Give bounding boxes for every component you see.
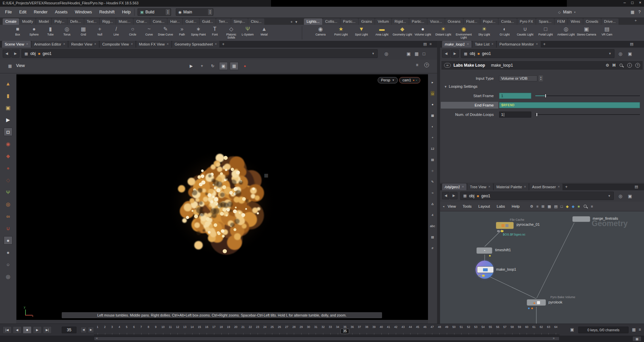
prims-select-icon[interactable]: ● [4, 164, 12, 172]
shelf-tool-point-light[interactable]: ★Point Light [331, 25, 351, 41]
range-slider[interactable] [94, 337, 559, 341]
jump-to-start-button[interactable]: |◀ [3, 326, 11, 334]
close-tab-icon[interactable]: × [63, 41, 65, 48]
shelf-tab-rigid[interactable]: Rigid... [392, 18, 409, 25]
pane-tab-material-palette[interactable]: Material Palette× [494, 184, 529, 190]
light-display-icon[interactable]: ● [431, 102, 434, 107]
network-menu-view[interactable]: View [444, 204, 460, 208]
back-icon[interactable]: ◀ [442, 192, 449, 199]
add-tab-button[interactable]: + [563, 184, 570, 190]
add-shelf-icon[interactable]: + [635, 18, 637, 22]
spinner-icon[interactable]: ▲▼ [166, 9, 170, 15]
search-icon[interactable] [619, 63, 624, 68]
align-icon[interactable]: ≡ [536, 204, 538, 208]
move-mode-icon[interactable]: + [198, 62, 206, 70]
close-tab-icon[interactable]: × [131, 41, 133, 48]
handles-tool-icon[interactable]: ▮ [4, 91, 12, 100]
lock-icon[interactable]: ◘ [4, 128, 12, 136]
pane-tab-performance-monitor[interactable]: Performance Monitor× [497, 41, 541, 48]
close-tab-icon[interactable]: × [536, 41, 538, 48]
shelf-tool-curve[interactable]: ~Curve [141, 25, 157, 41]
help-icon[interactable]: ? [424, 63, 429, 67]
edit-tool-icon[interactable]: ▣ [4, 104, 12, 112]
scene-selector[interactable]: ◉ Main ▲▼ [176, 8, 213, 16]
close-tab-icon[interactable]: × [524, 184, 526, 190]
node-make-loop[interactable] [477, 266, 494, 273]
normals-display-icon[interactable]: Δ [431, 202, 434, 206]
start-frame-slider[interactable] [535, 93, 640, 98]
menu-assets[interactable]: Assets [51, 7, 71, 17]
shelf-tab-vellum[interactable]: Vellum [375, 18, 391, 25]
shelf-tool-path[interactable]: »Path [174, 25, 190, 41]
shelf-tool-torus[interactable]: ◎Torus [59, 25, 75, 41]
pane-tab-tree-view[interactable]: Tree View× [467, 184, 493, 190]
annotate-icon[interactable]: ✎ [431, 180, 435, 184]
wire-shape-icon[interactable]: ◆ [572, 204, 574, 209]
shelf-tool-area-light[interactable]: ▬Area Light [372, 25, 392, 41]
forward-icon[interactable]: ▶ [11, 50, 19, 58]
looping-settings-section[interactable]: ▼Looping Settings [444, 84, 478, 88]
breadcrumb-root[interactable]: obj [470, 51, 475, 56]
breadcrumb-root[interactable]: obj [30, 51, 36, 56]
loop-select-icon[interactable]: ∞ [4, 212, 12, 220]
close-tab-icon[interactable]: × [94, 41, 96, 48]
snap-magnet-icon[interactable]: ∪ [4, 224, 12, 232]
node-merge-firetrails[interactable] [572, 216, 590, 222]
shelf-tab-drive[interactable]: Drive... [601, 18, 619, 25]
shelf-tab-spars[interactable]: Spars... [536, 18, 554, 25]
maximize-button[interactable]: □ [631, 0, 634, 5]
pin-icon[interactable]: ◎ [384, 51, 388, 56]
display-grid-icon[interactable]: ▦ [548, 204, 551, 209]
forward-icon[interactable]: ▶ [451, 50, 459, 58]
pane-tab-motion-fx-view[interactable]: Motion FX View× [136, 41, 171, 48]
close-tab-icon[interactable]: × [467, 41, 469, 48]
chevron-down-icon[interactable]: ▼ [608, 194, 611, 198]
double-loops-field[interactable]: 1 [499, 112, 531, 118]
node-timeshift[interactable]: ◔ [476, 247, 492, 254]
waves-display-icon[interactable]: ≈ [431, 191, 434, 195]
rotate-mode-icon[interactable]: ↻ [208, 62, 217, 70]
view-lock-icon[interactable]: ◘ [431, 91, 435, 96]
edges-select-icon[interactable]: ◆ [4, 152, 12, 160]
viewport-3d[interactable]: ▦ Persp ▼ cam1 ● ▪ y x Left mouse tumble… [16, 74, 428, 320]
shelf-tool-vr-cam[interactable]: ▤VR Cam [597, 25, 617, 41]
shelf-tool-circle[interactable]: ○Circle [124, 25, 141, 41]
playbar-options-icon[interactable]: ▦ [633, 336, 641, 341]
shelf-tool-font[interactable]: TFont [207, 25, 223, 41]
shelf-tool-metal[interactable]: ▲Metal [256, 25, 272, 41]
shelf-tool-l-system[interactable]: ΨL-System [239, 25, 256, 41]
info-icon[interactable]: i [627, 63, 632, 68]
panel-options-icon[interactable]: ▣ [628, 51, 632, 56]
pane-desktop-selector[interactable]: ◇ Main ▾ [558, 7, 576, 17]
forward-icon[interactable]: ▶ [450, 192, 458, 199]
shelf-tab-guid[interactable]: Guid... [183, 18, 199, 25]
pane-tab-animation-editor[interactable]: Animation Editor× [32, 41, 68, 48]
shelf-tool-distant-light[interactable]: ☀Distant Light [433, 25, 453, 41]
shelf-tool-line[interactable]: /Line [108, 25, 124, 41]
pane-tab-obj-geo1[interactable]: /obj/geo1× [442, 184, 467, 190]
pane-tab-make-loop1[interactable]: make_loop1× [442, 41, 472, 48]
chevron-down-icon[interactable]: ▼ [372, 52, 375, 55]
collapse-arrow-icon[interactable]: ▼ [444, 85, 447, 88]
snap-toggle-icon[interactable]: ▣ [219, 62, 228, 70]
add-view-icon[interactable]: + [431, 135, 434, 140]
menu-file[interactable]: File [1, 7, 15, 17]
shelf-tool-null[interactable]: +Null [92, 25, 108, 41]
back-icon[interactable]: ◀ [442, 50, 450, 58]
sticky-note-icon[interactable]: ◆ [566, 204, 569, 209]
add-tab-button[interactable]: + [220, 41, 226, 48]
network-canvas[interactable]: Geometry merge_firetrails File Cache pyr… [440, 211, 644, 324]
shelf-tab-conta[interactable]: Conta... [498, 18, 517, 25]
shelf-tab-oceans[interactable]: Oceans [445, 18, 463, 25]
close-tab-icon[interactable]: × [558, 184, 560, 190]
shelf-tab-partic[interactable]: Partic... [409, 18, 427, 25]
projection-selector[interactable]: Persp ▼ [378, 77, 398, 83]
node-name-field[interactable]: make_loop1 [488, 63, 603, 68]
input-type-dropdown[interactable]: Volume or VDB [499, 75, 537, 81]
menu-render[interactable]: Render [30, 7, 51, 17]
four-view-icon[interactable]: 4 [431, 213, 434, 217]
points-select-icon[interactable]: ◉ [4, 140, 12, 148]
shelf-tab-fem[interactable]: FEM [554, 18, 568, 25]
menu-edit[interactable]: Edit [15, 7, 30, 17]
network-menu-help[interactable]: Help [508, 204, 523, 208]
